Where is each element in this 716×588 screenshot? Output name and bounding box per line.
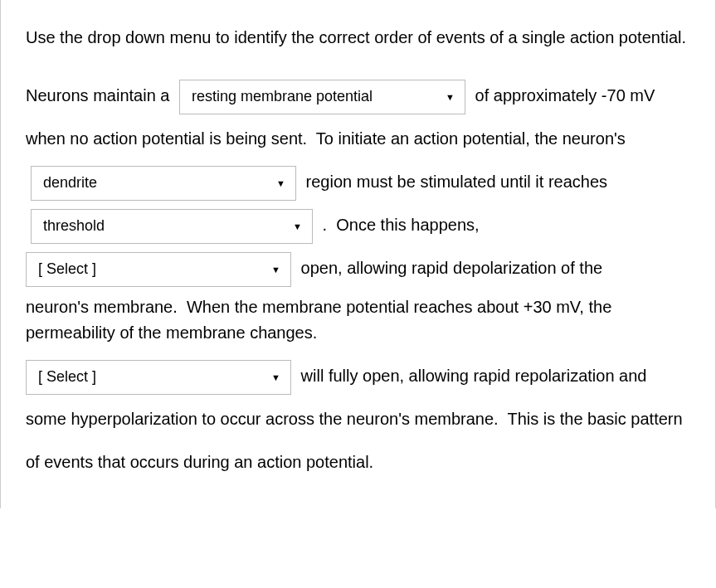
text-segment-3: region must be stimulated until it reach… xyxy=(306,173,608,191)
dropdown-threshold[interactable]: threshold ▼ xyxy=(31,209,313,244)
chevron-down-icon: ▼ xyxy=(446,92,455,102)
chevron-down-icon: ▼ xyxy=(271,265,280,275)
instruction-text: Use the drop down menu to identify the c… xyxy=(26,25,690,51)
dropdown-region[interactable]: dendrite ▼ xyxy=(31,166,296,201)
dropdown-label: threshold xyxy=(43,217,281,235)
dropdown-label: [ Select ] xyxy=(38,368,260,386)
text-segment-5a: open, allowing rapid depolarization of t… xyxy=(301,259,603,277)
dropdown-label: [ Select ] xyxy=(38,260,260,278)
dropdown-membrane-potential[interactable]: resting membrane potential ▼ xyxy=(179,80,465,114)
chevron-down-icon: ▼ xyxy=(293,221,302,231)
chevron-down-icon: ▼ xyxy=(271,372,280,382)
dropdown-label: resting membrane potential xyxy=(192,88,434,105)
chevron-down-icon: ▼ xyxy=(276,178,285,188)
cloze-passage: Neurons maintain a resting membrane pote… xyxy=(26,74,690,484)
dropdown-label: dendrite xyxy=(43,174,265,192)
text-segment-5b: neuron's membrane. When the membrane pot… xyxy=(26,289,690,354)
text-segment-1: Neurons maintain a xyxy=(26,86,169,104)
text-segment-4: . Once this happens, xyxy=(323,216,480,234)
dropdown-channels-1[interactable]: [ Select ] ▼ xyxy=(26,252,291,287)
dropdown-channels-2[interactable]: [ Select ] ▼ xyxy=(26,360,291,395)
